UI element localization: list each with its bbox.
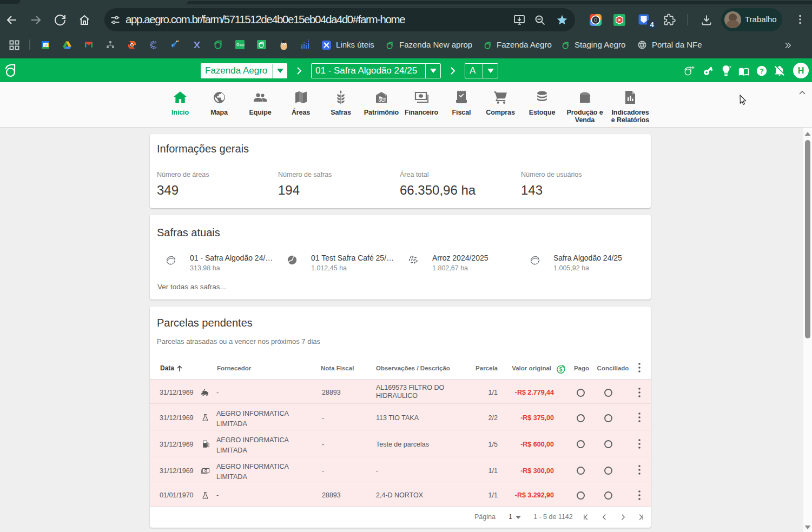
svg-text:?: ? <box>760 68 764 75</box>
svg-text:3: 3 <box>44 43 47 48</box>
svg-text:aegro: aegro <box>240 44 245 46</box>
